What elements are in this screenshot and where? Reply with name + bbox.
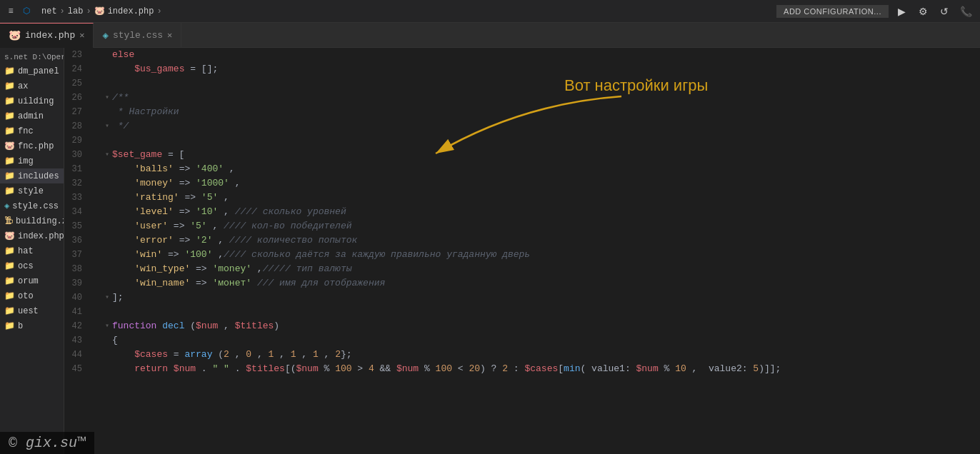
line-number: 36 — [64, 233, 91, 248]
token-str: '100' — [184, 249, 212, 260]
token-plain: % — [659, 363, 675, 374]
fold-indicator[interactable]: ▾ — [102, 291, 112, 305]
folder-icon: 📁 — [4, 156, 15, 166]
sidebar-item-ocs[interactable]: 📁 ocs — [0, 258, 64, 273]
line-number: 43 — [64, 333, 91, 348]
editor-area[interactable]: Вот настройки игры 232425262728293031323… — [64, 48, 980, 454]
sidebar-item-style-css[interactable]: ◈ style.css — [0, 198, 64, 213]
sidebar-item-label: fnc.php — [18, 141, 54, 151]
sidebar-item-orum[interactable]: 📁 orum — [0, 273, 64, 288]
token-plain: { — [112, 335, 118, 345]
token-str: '5' — [201, 192, 218, 203]
tab-index-php[interactable]: 🐷 index.php ✕ — [0, 23, 94, 48]
pig-icon: 🐷 — [4, 231, 15, 241]
sidebar-item-hat[interactable]: 📁 hat — [0, 243, 64, 258]
token-str: '10' — [196, 206, 218, 217]
line-number: 31 — [64, 162, 91, 176]
code-line: $us_games = []; — [102, 62, 980, 76]
token-num: 1 — [313, 349, 319, 360]
code-line: 'user' => '5' , //// кол-во победителей — [102, 219, 980, 233]
sidebar-item-style-folder[interactable]: 📁 style — [0, 183, 64, 198]
token-num: 100 — [436, 363, 452, 374]
code-line-content: 'rating' => '5' , — [112, 191, 980, 205]
token-plain: , — [212, 249, 224, 260]
token-plain: = []; — [184, 64, 218, 74]
token-plain: ( value1: — [580, 363, 636, 374]
tab-style-css[interactable]: ◈ style.css ✕ — [94, 23, 181, 48]
line-number: 35 — [64, 219, 91, 233]
token-arr-key: 'money' — [134, 178, 174, 188]
token-plain: ( — [212, 349, 224, 360]
token-plain: ) — [274, 321, 279, 331]
fold-indicator[interactable]: ▾ — [102, 119, 112, 133]
tab-style-label: style.css — [113, 30, 163, 41]
sidebar-item-includes[interactable]: 📁 includes — [0, 168, 64, 183]
token-plain: = — [168, 349, 184, 360]
sidebar-item-index-php[interactable]: 🐷 index.php — [0, 228, 64, 243]
folder-icon: 📁 — [4, 276, 15, 286]
sidebar-item-label: ax — [18, 81, 28, 91]
token-num: 10 — [675, 363, 686, 374]
token-num: 20 — [469, 363, 480, 374]
code-line-content: 'money' => '1000' , — [112, 176, 980, 191]
sidebar-item-ax[interactable]: 📁 ax — [0, 79, 64, 94]
sidebar-item-label: img — [18, 156, 34, 166]
sidebar-item-admin[interactable]: 📁 admin — [0, 109, 64, 123]
token-var: $set_game — [112, 149, 162, 160]
sidebar-item-oto[interactable]: 📁 oto — [0, 288, 64, 303]
tab-style-close[interactable]: ✕ — [167, 30, 172, 41]
token-plain: > — [352, 363, 369, 374]
token-fn: min — [564, 363, 580, 374]
folder-icon: 📁 — [4, 171, 15, 181]
tab-index-close[interactable]: ✕ — [79, 30, 84, 41]
run-button[interactable]: ▶ — [893, 3, 910, 20]
breadcrumb-net[interactable]: net — [41, 6, 57, 16]
token-plain — [251, 278, 257, 288]
token-plain — [112, 263, 134, 274]
refresh-button[interactable]: ↺ — [936, 3, 953, 20]
token-plain: , — [296, 349, 313, 360]
code-lines[interactable]: else $us_games = []; ▾/** * Настройки▾ *… — [96, 48, 980, 454]
token-plain: , — [251, 349, 268, 360]
sidebar-item-building-zip[interactable]: 🗜 building.zip — [0, 213, 64, 228]
add-configuration-button[interactable]: ADD CONFIGURATION... — [776, 5, 889, 18]
sidebar-item-b[interactable]: 📁 b — [0, 318, 64, 333]
token-plain: => — [190, 278, 212, 288]
phone-button[interactable]: 📞 — [957, 3, 974, 20]
token-plain: < — [452, 363, 469, 374]
token-arr-key: 'win_type' — [134, 263, 190, 274]
token-var: $cases — [134, 349, 168, 360]
sidebar-item-label: style — [18, 186, 44, 196]
breadcrumb-lab[interactable]: lab — [68, 6, 84, 16]
code-line-content: 'user' => '5' , //// кол-во победителей — [112, 219, 980, 233]
sidebar-path: s.net D:\Oper — [0, 51, 64, 64]
token-comment-cyr: //// сколько уровней — [235, 206, 346, 217]
menu-icon[interactable]: ≡ — [6, 6, 16, 16]
sidebar-item-fnc[interactable]: 📁 fnc — [0, 123, 64, 138]
sidebar-item-img[interactable]: 📁 img — [0, 153, 64, 168]
line-number: 45 — [64, 362, 91, 376]
token-plain — [112, 221, 134, 231]
token-plain: , — [224, 163, 235, 174]
code-container[interactable]: 2324252627282930313233343536373839404142… — [64, 48, 980, 454]
token-arr-key: 'balls' — [134, 163, 174, 174]
breadcrumb-file[interactable]: index.php — [108, 6, 154, 16]
tabbar: 🐷 index.php ✕ ◈ style.css ✕ — [0, 23, 980, 48]
sidebar-item-uilding[interactable]: 📁 uilding — [0, 94, 64, 109]
line-number: 32 — [64, 176, 91, 191]
code-line-content: ]; — [112, 291, 980, 305]
sidebar-item-dm-panel[interactable]: 📁 dm_panel — [0, 64, 64, 79]
folder-icon: 📁 — [4, 111, 15, 121]
fold-indicator[interactable]: ▾ — [102, 91, 112, 105]
main-container: s.net D:\Oper 📁 dm_panel 📁 ax 📁 uilding … — [0, 48, 980, 454]
fold-indicator[interactable]: ▾ — [102, 148, 112, 162]
fold-indicator[interactable]: ▾ — [102, 319, 112, 333]
sidebar-item-fnc-php[interactable]: 🐷 fnc.php — [0, 138, 64, 153]
sidebar-item-uest[interactable]: 📁 uest — [0, 303, 64, 318]
token-var: $titles — [235, 321, 274, 331]
code-line-content: 'level' => '10' , //// сколько уровней — [112, 205, 980, 219]
code-line: 'balls' => '400' , — [102, 162, 980, 176]
debug-button[interactable]: ⚙ — [914, 3, 931, 20]
code-line-content: return $num . " " . $titles[($num % 100 … — [112, 362, 980, 376]
token-plain: [ — [558, 363, 564, 374]
